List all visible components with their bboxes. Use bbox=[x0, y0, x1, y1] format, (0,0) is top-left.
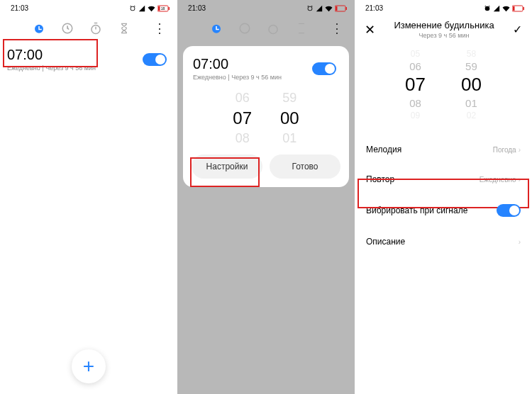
screen-alarm-settings: 21:03 ✕ Изменение будильника Через 9 ч 5… bbox=[355, 0, 532, 394]
chevron-right-icon: › bbox=[519, 146, 521, 154]
alarm-status-icon bbox=[484, 5, 491, 12]
signal-icon bbox=[316, 5, 323, 12]
tab-clock[interactable] bbox=[238, 21, 252, 35]
chevron-right-icon: › bbox=[519, 176, 521, 184]
tab-stopwatch[interactable] bbox=[89, 21, 103, 35]
alarm-time: 07:00 bbox=[193, 56, 282, 72]
svg-rect-15 bbox=[523, 7, 525, 10]
time-picker[interactable]: 06 07 08 59 00 01 bbox=[192, 85, 340, 154]
alarm-status-icon bbox=[306, 5, 314, 12]
hour-column[interactable]: 05 06 07 08 09 bbox=[405, 49, 426, 120]
minute-column[interactable]: 58 59 00 01 02 bbox=[461, 49, 482, 120]
screen-alarm-list: 21:03 18 ⋮ 07:00 Ежедневно | Через 9 ч 5… bbox=[0, 0, 177, 394]
alarm-item: 07:00 Ежедневно | Через 9 ч 56 мин bbox=[192, 53, 340, 85]
svg-rect-2 bbox=[169, 7, 170, 10]
svg-rect-8 bbox=[336, 6, 338, 11]
tab-alarm[interactable] bbox=[32, 21, 46, 35]
hour-column[interactable]: 06 07 08 bbox=[233, 91, 252, 146]
confirm-icon[interactable]: ✓ bbox=[513, 23, 522, 36]
tab-bar: ⋮ bbox=[0, 14, 177, 43]
done-button[interactable]: Готово bbox=[270, 154, 340, 179]
alarm-time: 07:00 bbox=[7, 47, 96, 63]
signal-icon bbox=[138, 5, 145, 12]
edit-header: ✕ Изменение будильника Через 9 ч 56 мин … bbox=[355, 14, 532, 42]
time-picker[interactable]: 05 06 07 08 09 58 59 00 01 02 bbox=[355, 42, 532, 135]
svg-point-11 bbox=[240, 23, 250, 33]
setting-description[interactable]: Описание › bbox=[355, 227, 532, 257]
alarm-toggle[interactable] bbox=[143, 53, 167, 66]
alarm-item[interactable]: 07:00 Ежедневно | Через 9 ч 56 мин bbox=[0, 43, 177, 77]
add-alarm-button[interactable]: + bbox=[72, 349, 106, 383]
minute-column[interactable]: 59 00 01 bbox=[280, 91, 299, 146]
settings-button[interactable]: Настройки bbox=[192, 154, 262, 179]
status-icons bbox=[306, 5, 348, 12]
signal-icon bbox=[493, 5, 500, 12]
setting-melody[interactable]: Мелодия Погода› bbox=[355, 135, 532, 164]
status-time: 21:03 bbox=[365, 4, 383, 12]
alarm-toggle[interactable] bbox=[312, 62, 336, 75]
tab-timer[interactable] bbox=[294, 21, 309, 35]
status-icons: 18 bbox=[129, 5, 170, 12]
menu-dots-icon[interactable]: ⋮ bbox=[326, 21, 348, 36]
tab-bar: ⋮ bbox=[177, 14, 355, 43]
screen-alarm-edit-modal: 21:03 ⋮ 07:00 Ежедневно | Через 9 ч bbox=[177, 0, 355, 394]
wifi-icon bbox=[148, 5, 155, 12]
alarm-edit-modal: 07:00 Ежедневно | Через 9 ч 56 мин 06 07… bbox=[183, 46, 349, 187]
page-subtitle: Через 9 ч 56 мин bbox=[375, 32, 513, 39]
vibrate-toggle[interactable] bbox=[497, 204, 521, 217]
battery-icon: 18 bbox=[157, 5, 170, 12]
wifi-icon bbox=[502, 5, 510, 12]
wifi-icon bbox=[325, 5, 333, 12]
alarm-status-icon bbox=[129, 5, 136, 12]
tab-clock[interactable] bbox=[60, 21, 74, 35]
status-bar: 21:03 18 bbox=[0, 0, 177, 14]
page-title: Изменение будильника bbox=[375, 20, 513, 30]
svg-rect-14 bbox=[513, 6, 515, 11]
alarm-subtitle: Ежедневно | Через 9 ч 56 мин bbox=[193, 74, 282, 81]
menu-dots-icon[interactable]: ⋮ bbox=[149, 21, 170, 36]
status-time: 21:03 bbox=[11, 4, 28, 12]
tab-alarm[interactable] bbox=[209, 21, 223, 35]
svg-text:18: 18 bbox=[161, 6, 165, 11]
svg-rect-9 bbox=[346, 7, 348, 10]
battery-icon bbox=[335, 5, 348, 12]
battery-icon bbox=[512, 5, 525, 12]
status-bar: 21:03 bbox=[177, 0, 355, 14]
svg-point-12 bbox=[269, 26, 277, 34]
tab-stopwatch[interactable] bbox=[266, 21, 280, 35]
status-bar: 21:03 bbox=[355, 0, 532, 14]
status-icons bbox=[484, 5, 525, 12]
chevron-right-icon: › bbox=[519, 238, 521, 246]
setting-repeat[interactable]: Повтор Ежедневно› bbox=[355, 164, 532, 194]
status-time: 21:03 bbox=[188, 4, 206, 12]
alarm-subtitle: Ежедневно | Через 9 ч 56 мин bbox=[7, 64, 96, 72]
setting-vibrate: Вибрировать при сигнале bbox=[355, 194, 532, 227]
close-icon[interactable]: ✕ bbox=[365, 22, 375, 38]
tab-timer[interactable] bbox=[117, 21, 131, 35]
svg-rect-1 bbox=[158, 6, 160, 11]
